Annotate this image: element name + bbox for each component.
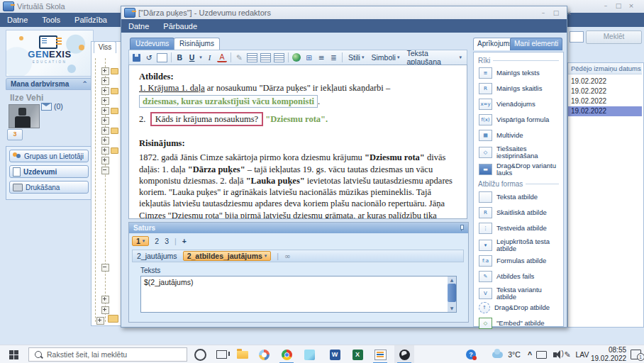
tool-lejupkritosa-atbilde[interactable]: ▾Lejupkrītošā testa atbilde bbox=[479, 238, 560, 252]
saturs-header[interactable]: Saturs bbox=[129, 223, 468, 233]
mail-icon[interactable] bbox=[41, 103, 52, 111]
menu-datne[interactable]: Datne bbox=[0, 16, 35, 24]
answer-1-box[interactable]: dziesmas, kuras uzrakstījuši vācu kompon… bbox=[139, 95, 318, 108]
text-wrap-dropdown[interactable]: Teksta aplaušana▾ bbox=[404, 49, 464, 66]
underline-button[interactable]: U bbox=[187, 52, 196, 63]
tool-skaitliska-atbilde[interactable]: RSkaitliskā atbilde bbox=[479, 207, 560, 218]
tool-atbildes-fails[interactable]: ✎Atbildes fails bbox=[479, 271, 560, 282]
table-icon[interactable]: ⊞ bbox=[304, 52, 313, 63]
tree-collapse-icon[interactable] bbox=[101, 167, 109, 174]
word-button[interactable]: W bbox=[325, 345, 345, 363]
scroll-down-icon[interactable]: ▼ bbox=[448, 305, 456, 312]
result-row[interactable]: 19.02.2022 bbox=[568, 77, 642, 86]
tree-expand-icon[interactable] bbox=[96, 317, 104, 325]
numbered-list-icon[interactable]: ≣ bbox=[329, 52, 338, 63]
teksts-textarea[interactable]: $(2_jautājums) bbox=[140, 276, 457, 313]
dialog-menu-parbaude[interactable]: Pārbaude bbox=[156, 22, 204, 30]
tree-expand-icon[interactable] bbox=[101, 147, 109, 155]
tray-expand-chevron[interactable]: ^ bbox=[525, 345, 535, 363]
bold-button[interactable]: B bbox=[175, 52, 184, 63]
clock[interactable]: 08:5519.02.2022 bbox=[592, 345, 626, 363]
results-column-header[interactable]: Pēdējo izmaiņu datums bbox=[568, 63, 642, 74]
tool-dragdrop-atbilde[interactable]: ↑Drag&Drop atbilde bbox=[479, 302, 560, 313]
tree-expand-icon[interactable] bbox=[101, 137, 109, 145]
page-tab-1-selected[interactable]: 1▾ bbox=[132, 236, 149, 246]
tool-teksta-variantu-atbilde[interactable]: VTeksta variantu atbilde bbox=[479, 286, 560, 301]
tool-tiessaites[interactable]: ◇Tiešsaites iestiprināšana bbox=[479, 145, 560, 160]
menu-palidziba[interactable]: Palīdzība bbox=[67, 16, 114, 24]
align-right-icon[interactable] bbox=[274, 52, 284, 63]
tree-expand-icon[interactable] bbox=[101, 127, 109, 135]
result-row-selected[interactable]: 19.02.2022 bbox=[568, 106, 642, 116]
help-tray-button[interactable]: ? bbox=[462, 345, 479, 363]
tool-vispariga-formula[interactable]: f(x)Vispārīga formula bbox=[479, 114, 560, 125]
display-tray-button[interactable] bbox=[535, 345, 548, 363]
my-desktop-panel-header[interactable]: Mana darbvirsma ^ bbox=[6, 78, 92, 90]
save-icon[interactable] bbox=[132, 52, 141, 63]
chrome-button[interactable] bbox=[277, 345, 296, 363]
tab-mani-elementi[interactable]: Mani elementi bbox=[510, 38, 562, 50]
italic-button[interactable]: I bbox=[205, 52, 214, 63]
search-button[interactable]: Meklēt bbox=[586, 30, 642, 44]
result-row[interactable]: 19.02.2022 bbox=[568, 96, 642, 106]
user-status-button[interactable]: 3 bbox=[7, 129, 23, 140]
nav-tasks-button[interactable]: Uzdevumi bbox=[9, 165, 89, 178]
tab-risinajums[interactable]: Risinājums bbox=[174, 38, 220, 50]
notes-app-button[interactable] bbox=[299, 345, 319, 363]
cortana-button[interactable] bbox=[190, 345, 210, 363]
question-2-box[interactable]: Kāds ir krājuma nosaukums? bbox=[150, 112, 263, 126]
add-page-tab-button[interactable]: + bbox=[182, 237, 187, 245]
tree-expand-icon[interactable] bbox=[101, 157, 109, 164]
dialog-maximize-button[interactable]: □ bbox=[550, 9, 562, 18]
var-tab-jautajums[interactable]: 2_jautājums bbox=[137, 252, 177, 260]
pin-icon[interactable] bbox=[459, 225, 464, 231]
dialog-minimize-button[interactable]: – bbox=[537, 9, 550, 18]
language-indicator[interactable]: LAV bbox=[573, 345, 592, 363]
taskbar-search[interactable]: Rakstiet šeit, lai meklētu bbox=[28, 347, 187, 362]
link-icon[interactable]: ∞ bbox=[284, 252, 291, 260]
page-tab-2[interactable]: 2 bbox=[155, 237, 159, 245]
tree-expand-icon[interactable] bbox=[101, 77, 109, 85]
tree-collapse-icon[interactable] bbox=[101, 264, 109, 272]
tool-dragdrop-lauks[interactable]: ▬Drag&Drop variantu lauks bbox=[479, 162, 560, 177]
dialog-menu-datne[interactable]: Datne bbox=[121, 22, 156, 30]
weather-button[interactable] bbox=[489, 345, 505, 363]
font-color-button[interactable]: A bbox=[217, 52, 226, 62]
tree-expand-icon[interactable] bbox=[101, 296, 109, 303]
excel-button[interactable]: X bbox=[348, 345, 367, 363]
tool-embed-atbilde[interactable]: ◇"Embed" atbilde bbox=[479, 318, 560, 329]
minimize-button[interactable]: – bbox=[599, 1, 612, 11]
styles-dropdown[interactable]: Stili▾ bbox=[346, 53, 366, 62]
volume-tray-button[interactable] bbox=[548, 345, 562, 363]
task-view-button[interactable] bbox=[211, 345, 231, 363]
tree-expand-icon[interactable] bbox=[101, 87, 109, 95]
tree-expand-icon[interactable] bbox=[101, 107, 109, 115]
underline-caret-icon[interactable]: ▾ bbox=[199, 55, 202, 60]
dialog-close-button[interactable]: × bbox=[562, 9, 575, 18]
tree-expand-icon[interactable] bbox=[101, 97, 109, 105]
preview-icon[interactable] bbox=[157, 52, 167, 63]
menu-tools[interactable]: Tools bbox=[35, 16, 67, 24]
tool-mainigs-teksts[interactable]: ≡Mainīgs teksts bbox=[479, 67, 560, 79]
tool-teksta-atbilde[interactable]: Teksta atbilde bbox=[479, 191, 560, 203]
var-tab-atbildes-jautajums-selected[interactable]: 2_atbildes_jautājums▾ bbox=[183, 251, 272, 261]
hyperlink-icon[interactable] bbox=[292, 52, 301, 63]
tool-formulas-atbilde[interactable]: f:aFormulas atbilde bbox=[479, 255, 560, 267]
tool-mainigs-skaitlis[interactable]: RMainīgs skaitlis bbox=[479, 83, 560, 94]
notification-center-button[interactable]: 1 bbox=[627, 345, 644, 363]
close-button[interactable]: × bbox=[625, 1, 638, 11]
bullet-list-icon[interactable]: ≡ bbox=[316, 52, 326, 63]
obs-button[interactable] bbox=[394, 345, 414, 363]
nav-print-button[interactable]: Drukāšana bbox=[9, 181, 89, 194]
collapse-icon[interactable]: ^ bbox=[82, 81, 87, 87]
paint-button[interactable] bbox=[254, 345, 274, 363]
eraser-icon[interactable]: ✎ bbox=[234, 52, 243, 63]
search-input[interactable] bbox=[570, 31, 584, 43]
maximize-button[interactable]: □ bbox=[612, 1, 625, 11]
symbols-dropdown[interactable]: Simboli▾ bbox=[369, 53, 401, 62]
file-explorer-button[interactable] bbox=[233, 345, 252, 363]
align-center-icon[interactable] bbox=[260, 52, 271, 63]
temperature-label[interactable]: 3°C bbox=[505, 345, 523, 363]
tree-expand-icon[interactable] bbox=[101, 117, 109, 125]
result-row[interactable]: 19.02.2022 bbox=[568, 86, 642, 96]
